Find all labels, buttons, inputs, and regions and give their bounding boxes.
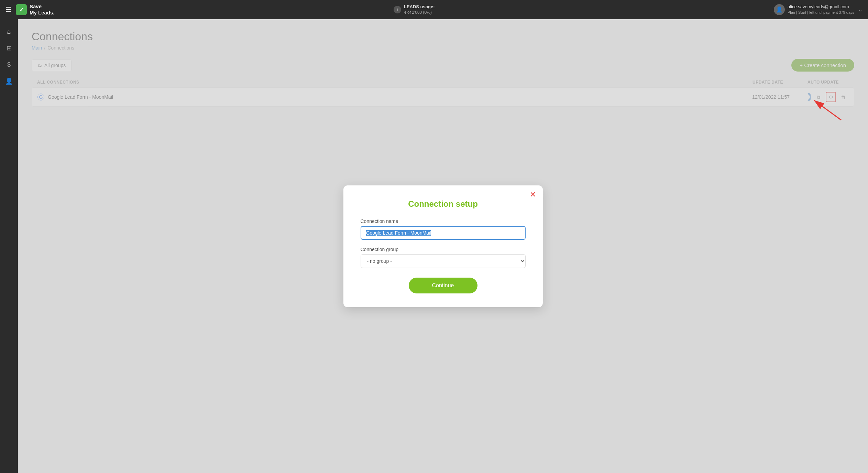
logo: ✓ Save My Leads.: [16, 3, 55, 16]
connection-name-label: Connection name: [361, 218, 526, 224]
user-avatar-icon: 👤: [774, 4, 785, 15]
connection-name-input[interactable]: [361, 226, 526, 240]
navbar: ☰ ✓ Save My Leads. i LEADS usage: 4 of 2…: [0, 0, 868, 19]
user-details: alice.savemyleads@gmail.com Plan | Start…: [788, 4, 854, 15]
info-icon: i: [394, 6, 401, 13]
modal-overlay: ✕ Connection setup Connection name Conne…: [18, 19, 868, 473]
connection-name-group: Connection name: [361, 218, 526, 240]
sidebar-item-account[interactable]: 👤: [2, 74, 16, 88]
sidebar-item-billing[interactable]: $: [2, 58, 16, 72]
connection-group-label: Connection group: [361, 247, 526, 252]
navbar-right: 👤 alice.savemyleads@gmail.com Plan | Sta…: [774, 4, 862, 15]
sidebar: ⌂ ⊞ $ 👤: [0, 19, 18, 473]
connection-group-group: Connection group - no group - Group 1 Gr…: [361, 247, 526, 268]
user-info[interactable]: 👤 alice.savemyleads@gmail.com Plan | Sta…: [774, 4, 862, 15]
continue-button[interactable]: Continue: [409, 278, 477, 293]
navbar-center: i LEADS usage: 4 of 2'000 (0%): [55, 4, 774, 15]
modal-title: Connection setup: [361, 199, 526, 209]
connection-setup-modal: ✕ Connection setup Connection name Conne…: [343, 185, 543, 307]
chevron-down-icon: ⌄: [858, 7, 862, 12]
sidebar-item-connections[interactable]: ⊞: [2, 41, 16, 55]
connection-group-select[interactable]: - no group - Group 1 Group 2: [361, 254, 526, 268]
leads-usage: i LEADS usage: 4 of 2'000 (0%): [394, 4, 435, 15]
leads-usage-text: LEADS usage: 4 of 2'000 (0%): [404, 4, 435, 15]
logo-text: Save My Leads.: [30, 3, 55, 16]
navbar-left: ☰ ✓ Save My Leads.: [6, 3, 55, 16]
hamburger-icon[interactable]: ☰: [6, 6, 12, 14]
sidebar-item-home[interactable]: ⌂: [2, 25, 16, 39]
modal-close-button[interactable]: ✕: [530, 191, 536, 198]
logo-icon: ✓: [16, 4, 27, 15]
